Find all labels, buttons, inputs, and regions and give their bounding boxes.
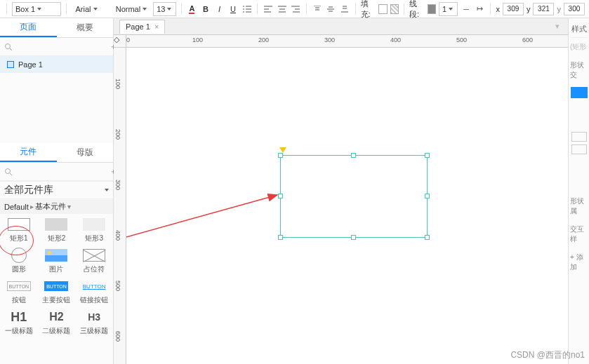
- style-tab[interactable]: 样式: [570, 21, 588, 38]
- align-center-icon[interactable]: [277, 3, 288, 15]
- library-breadcrumb[interactable]: Default ▸ 基本元件 ▾: [0, 199, 113, 214]
- y-label: y: [527, 5, 531, 13]
- right-panel: 样式 (矩形 形状交 形状属 交互样 + 添加: [568, 18, 589, 364]
- tab-pages[interactable]: 页面: [0, 18, 57, 37]
- widget-rect2[interactable]: 矩形2: [40, 217, 72, 243]
- canvas[interactable]: [126, 48, 568, 364]
- watermark: CSDN @西晋的no1: [510, 349, 585, 361]
- stroke-color-swatch[interactable]: [428, 4, 436, 14]
- w-input[interactable]: [564, 3, 585, 15]
- page-tree-item[interactable]: Page 1: [0, 56, 113, 73]
- add-interaction-button[interactable]: + 添加: [570, 248, 588, 276]
- svg-point-0: [6, 43, 11, 48]
- stroke-label: 线段:: [409, 0, 425, 20]
- selected-shape-name: Box 1: [15, 5, 35, 13]
- x-label: x: [496, 5, 500, 13]
- search-icon[interactable]: [4, 167, 13, 177]
- align-right-icon[interactable]: [290, 3, 301, 15]
- add-page-tab-icon[interactable]: ▾: [551, 20, 564, 33]
- valign-middle-icon[interactable]: [326, 3, 337, 15]
- page-tab-bar: Page 1 × ▾: [114, 18, 568, 35]
- close-icon[interactable]: ×: [154, 22, 159, 31]
- ruler-vertical[interactable]: 100 200 300 400 500 600 700: [114, 48, 126, 364]
- ruler-origin[interactable]: ◇: [114, 35, 126, 48]
- widget-rect3[interactable]: 矩形3: [78, 217, 110, 243]
- chevron-down-icon: [167, 8, 171, 11]
- property-box[interactable]: [571, 144, 587, 154]
- arrow-style-icon[interactable]: ↦: [475, 3, 486, 15]
- tab-widgets[interactable]: 元件: [0, 143, 57, 162]
- selected-shape-dropdown[interactable]: Box 1: [12, 2, 61, 16]
- underline-icon[interactable]: U: [227, 3, 239, 15]
- align-left-icon[interactable]: [263, 3, 274, 15]
- y-input[interactable]: [533, 3, 554, 15]
- chevron-down-icon: [105, 189, 109, 191]
- font-family-dropdown[interactable]: Arial: [72, 2, 109, 16]
- chevron-down-icon: [37, 8, 41, 11]
- tab-outline[interactable]: 概要: [57, 18, 114, 37]
- page-name: Page 1: [18, 60, 43, 69]
- widget-primary-button[interactable]: BUTTON主要按钮: [40, 278, 72, 305]
- valign-bottom-icon[interactable]: [339, 3, 350, 15]
- paste-label: Paste: [17, 0, 35, 1]
- widget-placeholder[interactable]: 占位符: [78, 248, 110, 274]
- svg-point-2: [6, 168, 11, 173]
- bullet-list-icon[interactable]: [241, 3, 253, 15]
- stroke-weight-dropdown[interactable]: 1: [439, 2, 458, 16]
- fill-pattern-swatch[interactable]: [390, 4, 399, 14]
- widget-h3[interactable]: H3三级标题: [78, 309, 110, 336]
- page-search-input[interactable]: [13, 43, 110, 51]
- format-toolbar: Paste Box 1 Arial Normal 13 A B I U 填充: …: [0, 0, 589, 18]
- svg-line-3: [10, 173, 12, 175]
- fill-color-swatch[interactable]: [378, 4, 387, 14]
- shape-color-swatch[interactable]: [571, 87, 588, 98]
- font-size-dropdown[interactable]: 13: [153, 2, 176, 16]
- shape-interaction-label: 形状交: [570, 56, 588, 84]
- x-input[interactable]: [503, 3, 524, 15]
- widget-search-input[interactable]: [13, 168, 110, 176]
- font-style-dropdown[interactable]: Normal: [112, 2, 150, 16]
- svg-line-4: [126, 195, 277, 259]
- chevron-down-icon: [93, 8, 98, 11]
- fill-label: 填充:: [361, 0, 376, 20]
- library-dropdown[interactable]: 全部元件库: [0, 181, 113, 199]
- canvas-area: Page 1 × ▾ ◇ 0 100 200 300 400 500 600 1…: [114, 18, 568, 364]
- search-icon[interactable]: [4, 42, 13, 52]
- page-icon: [7, 61, 14, 68]
- left-panel: 页面 概要 ＋ ▭ Page 1 元件 母版 ＋ ▭ ⋮: [0, 18, 114, 364]
- widget-h1[interactable]: H1一级标题: [3, 309, 35, 336]
- italic-icon[interactable]: I: [214, 3, 225, 15]
- widget-button[interactable]: BUTTON按钮: [3, 278, 35, 305]
- property-box[interactable]: [571, 132, 587, 142]
- widget-image[interactable]: 图片: [40, 248, 72, 274]
- annotation-circle: [0, 226, 34, 255]
- ruler-horizontal[interactable]: 0 100 200 300 400 500 600: [126, 35, 568, 48]
- ruler-marker-icon: [279, 147, 286, 153]
- widget-link-button[interactable]: BUTTON链接按钮: [78, 278, 110, 305]
- selected-rectangle[interactable]: [280, 155, 428, 238]
- page-tab[interactable]: Page 1 ×: [119, 20, 165, 34]
- bold-icon[interactable]: B: [200, 3, 211, 15]
- valign-top-icon[interactable]: [312, 3, 323, 15]
- shape-name-field[interactable]: (矩形: [570, 38, 588, 56]
- text-color-icon[interactable]: A: [187, 3, 198, 15]
- chevron-down-icon: [143, 8, 147, 11]
- interaction-style-label: 交互样: [570, 220, 588, 248]
- svg-line-1: [10, 48, 12, 50]
- widget-h2[interactable]: H2二级标题: [40, 309, 72, 336]
- tab-masters[interactable]: 母版: [57, 143, 114, 162]
- shape-property-label: 形状属: [570, 192, 588, 220]
- stroke-style-icon[interactable]: ─: [461, 3, 472, 15]
